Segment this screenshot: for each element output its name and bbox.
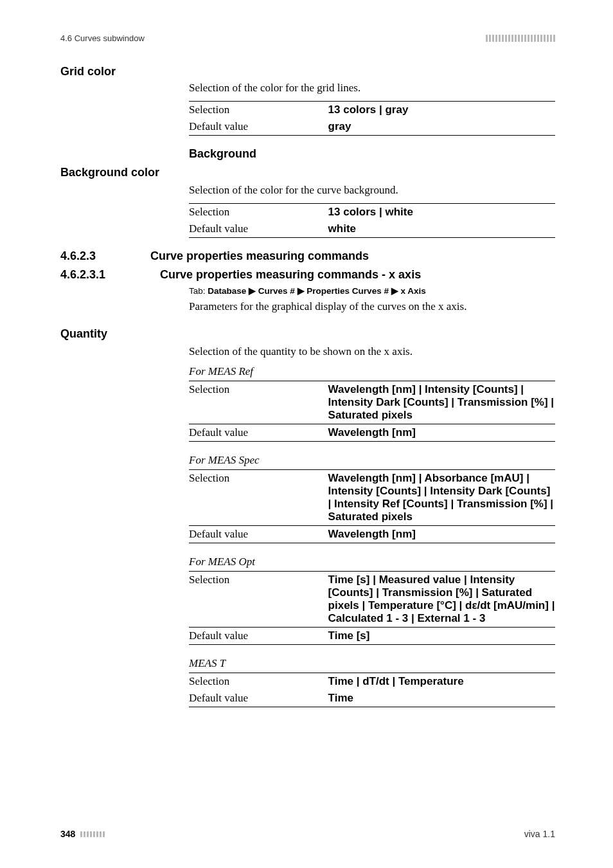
page-number-group: 348 <box>60 829 105 839</box>
cell-value: Time [s] | Measured value | Intensity [C… <box>328 571 555 627</box>
cell-value: Time | dT/dt | Temperature <box>328 673 555 690</box>
cell-value: 13 colors | gray <box>328 101 555 118</box>
grid-color-title: Grid color <box>60 65 555 78</box>
background-color-title: Background color <box>60 166 555 179</box>
section-number: 4.6.2.3.1 <box>60 268 134 282</box>
cell-value: Time <box>328 690 555 707</box>
quantity-group-caption: For MEAS Opt <box>189 555 555 570</box>
table-row: Selection 13 colors | gray <box>189 101 555 118</box>
cell-label: Selection <box>189 101 328 118</box>
background-heading: Background <box>189 147 555 161</box>
quantity-group-table: Selection Time | dT/dt | Temperature Def… <box>189 673 555 707</box>
quantity-group-table: Selection Time [s] | Measured value | In… <box>189 571 555 645</box>
section-title: Curve properties measuring commands <box>150 249 369 263</box>
table-row: Default value Time [s] <box>189 627 555 644</box>
section-46231: 4.6.2.3.1 Curve properties measuring com… <box>60 268 555 282</box>
table-row: Selection Time [s] | Measured value | In… <box>189 571 555 627</box>
quantity-group-table: Selection Wavelength [nm] | Absorbance [… <box>189 469 555 543</box>
quantity-group-caption: For MEAS Ref <box>189 365 555 379</box>
cell-label: Selection <box>189 673 328 690</box>
cell-label: Selection <box>189 571 328 627</box>
section-46231-desc: Parameters for the graphical display of … <box>189 300 555 314</box>
cell-label: Default value <box>189 525 328 543</box>
grid-color-desc: Selection of the color for the grid line… <box>189 81 555 96</box>
quantity-group-caption: For MEAS Spec <box>189 453 555 468</box>
page-number: 348 <box>60 829 75 839</box>
cell-label: Selection <box>189 203 328 221</box>
quantity-group-caption: MEAS T <box>189 656 555 671</box>
section-title: Curve properties measuring commands - x … <box>160 268 421 282</box>
section-4623: 4.6.2.3 Curve properties measuring comma… <box>60 249 555 263</box>
background-color-table: Selection 13 colors | white Default valu… <box>189 203 555 238</box>
running-head: 4.6 Curves subwindow <box>60 33 555 43</box>
table-row: Default value white <box>189 221 555 238</box>
cell-value: Wavelength [nm] <box>328 525 555 543</box>
header-ticks-icon <box>486 35 555 42</box>
cell-value: Wavelength [nm] | Absorbance [mAU] | Int… <box>328 469 555 525</box>
tab-path: Tab: Database ▶ Curves # ▶ Properties Cu… <box>189 285 555 296</box>
cell-label: Selection <box>189 469 328 525</box>
table-row: Selection 13 colors | white <box>189 203 555 221</box>
grid-color-table: Selection 13 colors | gray Default value… <box>189 101 555 136</box>
cell-value: 13 colors | white <box>328 203 555 221</box>
page-footer: 348 viva 1.1 <box>60 829 555 839</box>
quantity-group-table: Selection Wavelength [nm] | Intensity [C… <box>189 381 555 442</box>
table-row: Selection Wavelength [nm] | Intensity [C… <box>189 381 555 424</box>
table-row: Selection Wavelength [nm] | Absorbance [… <box>189 469 555 525</box>
background-color-desc: Selection of the color for the curve bac… <box>189 183 555 198</box>
cell-value: Wavelength [nm] <box>328 424 555 441</box>
quantity-title: Quantity <box>60 327 555 341</box>
table-row: Default value Wavelength [nm] <box>189 525 555 543</box>
cell-value: gray <box>328 118 555 136</box>
running-head-left: 4.6 Curves subwindow <box>60 33 145 43</box>
cell-label: Default value <box>189 424 328 441</box>
section-number: 4.6.2.3 <box>60 249 125 263</box>
cell-label: Default value <box>189 221 328 238</box>
table-row: Default value gray <box>189 118 555 136</box>
cell-value: white <box>328 221 555 238</box>
footer-ticks-icon <box>80 831 105 837</box>
cell-label: Default value <box>189 690 328 707</box>
cell-label: Selection <box>189 381 328 424</box>
cell-label: Default value <box>189 627 328 644</box>
table-row: Default value Wavelength [nm] <box>189 424 555 441</box>
product-version: viva 1.1 <box>524 829 555 839</box>
cell-label: Default value <box>189 118 328 136</box>
cell-value: Time [s] <box>328 627 555 644</box>
table-row: Selection Time | dT/dt | Temperature <box>189 673 555 690</box>
table-row: Default value Time <box>189 690 555 707</box>
cell-value: Wavelength [nm] | Intensity [Counts] | I… <box>328 381 555 424</box>
quantity-desc: Selection of the quantity to be shown on… <box>189 345 555 359</box>
